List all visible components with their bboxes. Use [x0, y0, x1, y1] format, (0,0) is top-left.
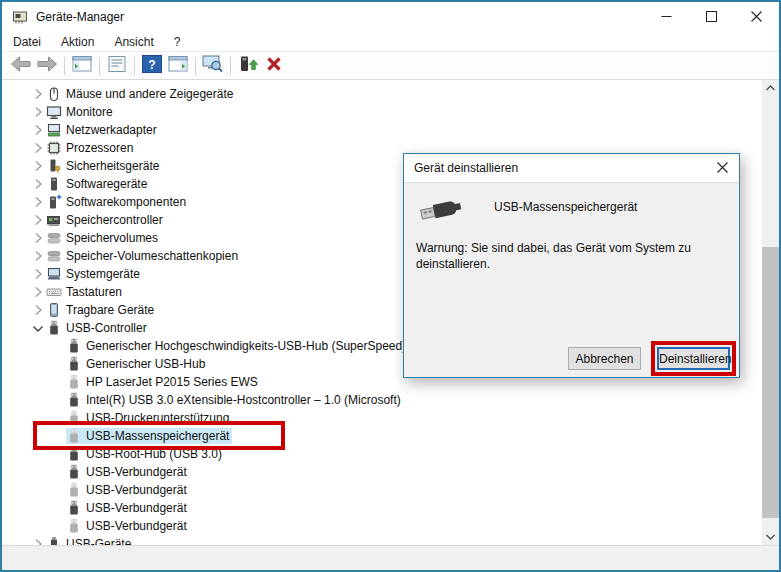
- chevron-spacer: [50, 464, 66, 480]
- tree-item-body[interactable]: Intel(R) USB 3.0 eXtensible-Hostcontroll…: [66, 392, 404, 408]
- selected-tree-item[interactable]: USB-Massenspeichergerät: [66, 428, 232, 444]
- toolbar-separator: [134, 57, 135, 75]
- tree-item-body[interactable]: USB-Verbundgerät: [66, 500, 190, 516]
- back-button[interactable]: [8, 54, 34, 78]
- tree-item-label: Generischer USB-Hub: [86, 357, 205, 371]
- tree-item-body[interactable]: USB-Verbundgerät: [66, 482, 190, 498]
- tree-item-label: Mäuse und andere Zeigegeräte: [66, 87, 233, 101]
- chevron-right-icon[interactable]: [30, 176, 46, 192]
- scan-hardware-icon: [202, 54, 224, 77]
- tree-item-body[interactable]: USB-Controller: [46, 320, 150, 336]
- chevron-right-icon[interactable]: [30, 158, 46, 174]
- chevron-right-icon[interactable]: [30, 284, 46, 300]
- menu-item-hilfe[interactable]: ?: [165, 33, 190, 51]
- menu-item-datei[interactable]: Datei: [4, 33, 50, 51]
- toolbar-separator: [64, 57, 65, 75]
- chevron-right-icon[interactable]: [30, 302, 46, 318]
- tree-item[interactable]: Netzwerkadapter: [2, 121, 762, 139]
- tree-item-body[interactable]: Speichercontroller: [46, 212, 166, 228]
- chevron-spacer: [50, 410, 66, 426]
- tree-item-body[interactable]: Systemgeräte: [46, 266, 143, 282]
- menu-item-ansicht[interactable]: Ansicht: [105, 33, 162, 51]
- tree-item-body[interactable]: USB-Geräte: [46, 536, 134, 545]
- tree-item-label: Speichervolumes: [66, 231, 158, 245]
- chevron-right-icon[interactable]: [30, 140, 46, 156]
- update-driver-button[interactable]: [235, 54, 261, 78]
- tree-item[interactable]: USB-Root-Hub (USB 3.0): [2, 445, 762, 463]
- tree-item-body[interactable]: Generischer USB-Hub: [66, 356, 208, 372]
- tree-item-body[interactable]: Sicherheitsgeräte: [46, 158, 162, 174]
- tree-item[interactable]: USB-Verbundgerät: [2, 463, 762, 481]
- show-console-tree-button[interactable]: [69, 54, 95, 78]
- usb-plug-icon: [66, 500, 82, 516]
- tree-item[interactable]: Intel(R) USB 3.0 eXtensible-Hostcontroll…: [2, 391, 762, 409]
- properties-button[interactable]: [104, 54, 130, 78]
- tree-item-body[interactable]: Netzwerkadapter: [46, 122, 160, 138]
- tree-item-body[interactable]: USB-Verbundgerät: [66, 518, 190, 534]
- toolbar-separator: [195, 57, 196, 75]
- maximize-button[interactable]: [689, 2, 734, 32]
- scan-hardware-changes-button[interactable]: [200, 54, 226, 78]
- tree-item-body[interactable]: USB-Druckerunterstützung: [66, 410, 232, 426]
- help-button[interactable]: ?: [139, 54, 165, 78]
- usb-plug-icon: [66, 518, 82, 534]
- chevron-right-icon[interactable]: [30, 122, 46, 138]
- chevron-right-icon[interactable]: [30, 248, 46, 264]
- tree-item-body[interactable]: Softwarekomponenten: [46, 194, 189, 210]
- tree-item[interactable]: USB-Druckerunterstützung: [2, 409, 762, 427]
- tree-item-label: USB-Verbundgerät: [86, 465, 187, 479]
- close-button[interactable]: [734, 2, 779, 32]
- usb-plug-icon: [66, 482, 82, 498]
- chevron-down-icon[interactable]: [30, 320, 46, 336]
- chevron-right-icon[interactable]: [30, 536, 46, 545]
- uninstall-device-button[interactable]: [261, 54, 287, 78]
- chevron-right-icon[interactable]: [30, 86, 46, 102]
- chevron-spacer: [50, 518, 66, 534]
- tree-item[interactable]: USB-Verbundgerät: [2, 517, 762, 535]
- scroll-down-button[interactable]: [762, 529, 779, 545]
- tree-item-body[interactable]: Speichervolumes: [46, 230, 161, 246]
- tree-item-body[interactable]: Generischer Hochgeschwindigkeits-USB-Hub…: [66, 338, 409, 354]
- storage-volume-icon: [46, 230, 62, 246]
- tree-item-label: Tragbare Geräte: [66, 303, 154, 317]
- chevron-up-icon: [764, 80, 777, 97]
- close-icon: [717, 161, 728, 176]
- chevron-right-icon[interactable]: [30, 212, 46, 228]
- minimize-button[interactable]: [644, 2, 689, 32]
- tree-item-body[interactable]: USB-Root-Hub (USB 3.0): [66, 446, 225, 462]
- menu-item-aktion[interactable]: Aktion: [52, 33, 103, 51]
- tree-item-body[interactable]: USB-Verbundgerät: [66, 464, 190, 480]
- tree-item-label: Speicher-Volumeschattenkopien: [66, 249, 238, 263]
- tree-item[interactable]: USB-Geräte: [2, 535, 762, 545]
- tree-item-body[interactable]: Mäuse und andere Zeigegeräte: [46, 86, 236, 102]
- uninstall-confirm-button[interactable]: Deinstallieren: [657, 347, 730, 370]
- tree-item-body[interactable]: HP LaserJet P2015 Series EWS: [66, 374, 261, 390]
- tree-item[interactable]: USB-Massenspeichergerät: [2, 427, 762, 445]
- chevron-spacer: [50, 356, 66, 372]
- tree-item-body[interactable]: Softwaregeräte: [46, 176, 150, 192]
- cancel-button[interactable]: Abbrechen: [568, 347, 641, 370]
- chevron-right-icon[interactable]: [30, 230, 46, 246]
- tree-item[interactable]: USB-Verbundgerät: [2, 499, 762, 517]
- chevron-spacer: [50, 446, 66, 462]
- chevron-spacer: [50, 482, 66, 498]
- scrollbar-thumb[interactable]: [762, 247, 779, 518]
- vertical-scrollbar[interactable]: [762, 80, 779, 545]
- chevron-right-icon[interactable]: [30, 266, 46, 282]
- show-action-pane-button[interactable]: [165, 54, 191, 78]
- device-manager-window: Geräte-Manager DateiAktionAnsicht? ? Mäu…: [0, 0, 781, 572]
- tree-item-body[interactable]: Tragbare Geräte: [46, 302, 157, 318]
- forward-button[interactable]: [34, 54, 60, 78]
- tree-item-body[interactable]: Tastaturen: [46, 284, 125, 300]
- tree-item-body[interactable]: Monitore: [46, 104, 116, 120]
- chevron-right-icon[interactable]: [30, 194, 46, 210]
- tree-item-body[interactable]: Speicher-Volumeschattenkopien: [46, 248, 241, 264]
- tree-item[interactable]: Monitore: [2, 103, 762, 121]
- scroll-up-button[interactable]: [762, 80, 779, 96]
- tree-item[interactable]: USB-Verbundgerät: [2, 481, 762, 499]
- dialog-title: Gerät deinstallieren: [414, 161, 518, 175]
- tree-item-body[interactable]: Prozessoren: [46, 140, 136, 156]
- chevron-right-icon[interactable]: [30, 104, 46, 120]
- dialog-close-button[interactable]: [705, 154, 739, 182]
- tree-item[interactable]: Mäuse und andere Zeigegeräte: [2, 85, 762, 103]
